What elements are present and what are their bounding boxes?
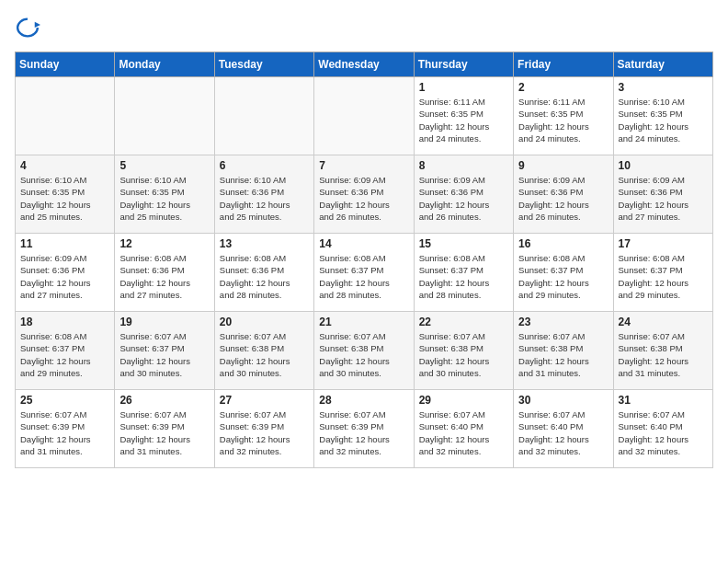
calendar-cell: 10Sunrise: 6:09 AM Sunset: 6:36 PM Dayli… [613,155,712,234]
day-number: 23 [518,316,609,328]
calendar-cell: 9Sunrise: 6:09 AM Sunset: 6:36 PM Daylig… [514,155,613,234]
calendar-cell: 20Sunrise: 6:07 AM Sunset: 6:38 PM Dayli… [214,312,313,390]
day-number: 13 [220,237,310,250]
header-monday: Monday [115,52,214,77]
calendar-cell: 4Sunrise: 6:10 AM Sunset: 6:35 PM Daylig… [16,155,115,234]
calendar-cell: 11Sunrise: 6:09 AM Sunset: 6:36 PM Dayli… [16,234,115,312]
day-number: 24 [619,316,709,328]
calendar-cell: 17Sunrise: 6:08 AM Sunset: 6:37 PM Dayli… [613,234,712,312]
calendar-week-row: 4Sunrise: 6:10 AM Sunset: 6:35 PM Daylig… [16,155,713,234]
day-info: Sunrise: 6:07 AM Sunset: 6:40 PM Dayligh… [518,408,609,457]
header-tuesday: Tuesday [214,52,313,77]
svg-marker-0 [35,22,40,28]
day-info: Sunrise: 6:09 AM Sunset: 6:36 PM Dayligh… [619,174,709,223]
logo [15,15,44,40]
day-info: Sunrise: 6:10 AM Sunset: 6:35 PM Dayligh… [619,96,709,144]
day-number: 29 [419,394,509,407]
day-info: Sunrise: 6:07 AM Sunset: 6:38 PM Dayligh… [619,330,709,379]
day-info: Sunrise: 6:07 AM Sunset: 6:39 PM Dayligh… [319,408,409,457]
calendar-cell: 5Sunrise: 6:10 AM Sunset: 6:35 PM Daylig… [115,155,214,234]
calendar-cell [214,77,313,155]
day-info: Sunrise: 6:07 AM Sunset: 6:38 PM Dayligh… [220,330,310,379]
day-number: 5 [119,159,210,172]
calendar-cell [314,77,414,155]
calendar-week-row: 11Sunrise: 6:09 AM Sunset: 6:36 PM Dayli… [16,234,713,312]
day-number: 15 [419,237,509,250]
calendar-cell: 24Sunrise: 6:07 AM Sunset: 6:38 PM Dayli… [613,312,712,390]
calendar-cell: 27Sunrise: 6:07 AM Sunset: 6:39 PM Dayli… [214,390,313,468]
day-number: 31 [619,394,709,407]
day-number: 1 [419,81,509,94]
day-number: 28 [319,394,409,407]
day-number: 4 [20,159,110,172]
calendar-cell: 28Sunrise: 6:07 AM Sunset: 6:39 PM Dayli… [314,390,414,468]
day-info: Sunrise: 6:10 AM Sunset: 6:35 PM Dayligh… [119,174,210,223]
calendar-cell: 1Sunrise: 6:11 AM Sunset: 6:35 PM Daylig… [414,77,513,155]
day-info: Sunrise: 6:07 AM Sunset: 6:37 PM Dayligh… [119,330,210,379]
header-wednesday: Wednesday [314,52,414,77]
calendar-cell: 25Sunrise: 6:07 AM Sunset: 6:39 PM Dayli… [16,390,115,468]
day-number: 17 [619,237,709,250]
day-number: 19 [119,316,210,328]
day-number: 16 [518,237,609,250]
day-info: Sunrise: 6:08 AM Sunset: 6:37 PM Dayligh… [619,252,709,301]
calendar-cell [115,77,214,155]
day-info: Sunrise: 6:08 AM Sunset: 6:37 PM Dayligh… [20,330,110,379]
calendar-cell: 12Sunrise: 6:08 AM Sunset: 6:36 PM Dayli… [115,234,214,312]
day-info: Sunrise: 6:07 AM Sunset: 6:38 PM Dayligh… [319,330,409,379]
calendar-week-row: 18Sunrise: 6:08 AM Sunset: 6:37 PM Dayli… [16,312,713,390]
day-number: 9 [518,159,609,172]
day-info: Sunrise: 6:07 AM Sunset: 6:39 PM Dayligh… [220,408,310,457]
day-number: 21 [319,316,409,328]
calendar-header-row: SundayMondayTuesdayWednesdayThursdayFrid… [16,52,713,77]
day-number: 30 [518,394,609,407]
calendar-cell: 14Sunrise: 6:08 AM Sunset: 6:37 PM Dayli… [314,234,414,312]
day-number: 8 [419,159,509,172]
day-info: Sunrise: 6:08 AM Sunset: 6:36 PM Dayligh… [220,252,310,301]
day-number: 22 [419,316,509,328]
day-number: 25 [20,394,110,407]
calendar-cell: 6Sunrise: 6:10 AM Sunset: 6:36 PM Daylig… [214,155,313,234]
day-info: Sunrise: 6:07 AM Sunset: 6:38 PM Dayligh… [419,330,509,379]
calendar-week-row: 1Sunrise: 6:11 AM Sunset: 6:35 PM Daylig… [16,77,713,155]
header-sunday: Sunday [16,52,115,77]
calendar-cell: 22Sunrise: 6:07 AM Sunset: 6:38 PM Dayli… [414,312,513,390]
day-number: 20 [220,316,310,328]
day-number: 11 [20,237,110,250]
day-info: Sunrise: 6:11 AM Sunset: 6:35 PM Dayligh… [419,96,509,144]
day-info: Sunrise: 6:07 AM Sunset: 6:40 PM Dayligh… [619,408,709,457]
calendar-cell: 18Sunrise: 6:08 AM Sunset: 6:37 PM Dayli… [16,312,115,390]
calendar-cell: 21Sunrise: 6:07 AM Sunset: 6:38 PM Dayli… [314,312,414,390]
day-number: 12 [119,237,210,250]
day-info: Sunrise: 6:09 AM Sunset: 6:36 PM Dayligh… [319,174,409,223]
day-info: Sunrise: 6:09 AM Sunset: 6:36 PM Dayligh… [20,252,110,301]
day-info: Sunrise: 6:09 AM Sunset: 6:36 PM Dayligh… [419,174,509,223]
day-info: Sunrise: 6:07 AM Sunset: 6:40 PM Dayligh… [419,408,509,457]
calendar-cell: 15Sunrise: 6:08 AM Sunset: 6:37 PM Dayli… [414,234,513,312]
day-info: Sunrise: 6:07 AM Sunset: 6:39 PM Dayligh… [20,408,110,457]
calendar-cell: 23Sunrise: 6:07 AM Sunset: 6:38 PM Dayli… [514,312,613,390]
calendar-cell: 13Sunrise: 6:08 AM Sunset: 6:36 PM Dayli… [214,234,313,312]
day-number: 26 [119,394,210,407]
day-info: Sunrise: 6:08 AM Sunset: 6:36 PM Dayligh… [119,252,210,301]
day-info: Sunrise: 6:10 AM Sunset: 6:36 PM Dayligh… [220,174,310,223]
logo-icon [15,15,40,40]
page-header [15,15,713,40]
calendar-cell: 7Sunrise: 6:09 AM Sunset: 6:36 PM Daylig… [314,155,414,234]
day-number: 27 [220,394,310,407]
calendar-cell [16,77,115,155]
day-info: Sunrise: 6:08 AM Sunset: 6:37 PM Dayligh… [518,252,609,301]
header-saturday: Saturday [613,52,712,77]
calendar-week-row: 25Sunrise: 6:07 AM Sunset: 6:39 PM Dayli… [16,390,713,468]
header-friday: Friday [514,52,613,77]
calendar-cell: 19Sunrise: 6:07 AM Sunset: 6:37 PM Dayli… [115,312,214,390]
header-thursday: Thursday [414,52,513,77]
calendar-cell: 16Sunrise: 6:08 AM Sunset: 6:37 PM Dayli… [514,234,613,312]
calendar-table: SundayMondayTuesdayWednesdayThursdayFrid… [15,52,713,468]
day-number: 10 [619,159,709,172]
calendar-cell: 3Sunrise: 6:10 AM Sunset: 6:35 PM Daylig… [613,77,712,155]
day-info: Sunrise: 6:07 AM Sunset: 6:39 PM Dayligh… [119,408,210,457]
calendar-cell: 30Sunrise: 6:07 AM Sunset: 6:40 PM Dayli… [514,390,613,468]
day-info: Sunrise: 6:08 AM Sunset: 6:37 PM Dayligh… [319,252,409,301]
day-info: Sunrise: 6:10 AM Sunset: 6:35 PM Dayligh… [20,174,110,223]
